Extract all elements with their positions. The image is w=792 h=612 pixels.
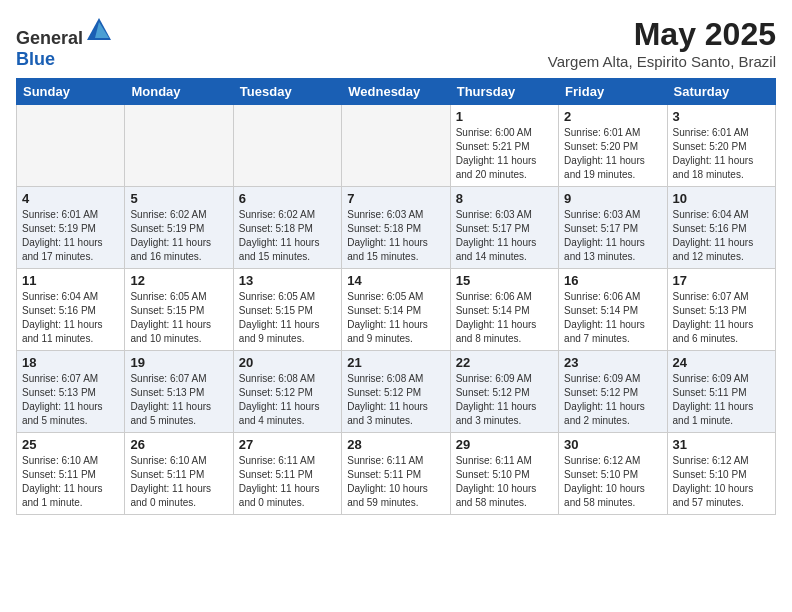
day-number: 18: [22, 355, 119, 370]
calendar-week-row: 4Sunrise: 6:01 AM Sunset: 5:19 PM Daylig…: [17, 187, 776, 269]
calendar-cell: 28Sunrise: 6:11 AM Sunset: 5:11 PM Dayli…: [342, 433, 450, 515]
day-number: 9: [564, 191, 661, 206]
day-info: Sunrise: 6:03 AM Sunset: 5:17 PM Dayligh…: [564, 208, 661, 264]
weekday-header: Thursday: [450, 79, 558, 105]
day-number: 28: [347, 437, 444, 452]
calendar-cell: 1Sunrise: 6:00 AM Sunset: 5:21 PM Daylig…: [450, 105, 558, 187]
day-info: Sunrise: 6:05 AM Sunset: 5:15 PM Dayligh…: [239, 290, 336, 346]
day-info: Sunrise: 6:11 AM Sunset: 5:10 PM Dayligh…: [456, 454, 553, 510]
calendar-cell: 20Sunrise: 6:08 AM Sunset: 5:12 PM Dayli…: [233, 351, 341, 433]
day-number: 31: [673, 437, 770, 452]
weekday-header-row: SundayMondayTuesdayWednesdayThursdayFrid…: [17, 79, 776, 105]
logo: General Blue: [16, 16, 113, 70]
day-number: 30: [564, 437, 661, 452]
day-number: 17: [673, 273, 770, 288]
calendar-week-row: 11Sunrise: 6:04 AM Sunset: 5:16 PM Dayli…: [17, 269, 776, 351]
day-info: Sunrise: 6:11 AM Sunset: 5:11 PM Dayligh…: [239, 454, 336, 510]
day-info: Sunrise: 6:09 AM Sunset: 5:11 PM Dayligh…: [673, 372, 770, 428]
calendar-cell: 10Sunrise: 6:04 AM Sunset: 5:16 PM Dayli…: [667, 187, 775, 269]
day-info: Sunrise: 6:06 AM Sunset: 5:14 PM Dayligh…: [456, 290, 553, 346]
day-info: Sunrise: 6:12 AM Sunset: 5:10 PM Dayligh…: [564, 454, 661, 510]
day-info: Sunrise: 6:12 AM Sunset: 5:10 PM Dayligh…: [673, 454, 770, 510]
calendar-cell: 2Sunrise: 6:01 AM Sunset: 5:20 PM Daylig…: [559, 105, 667, 187]
day-info: Sunrise: 6:07 AM Sunset: 5:13 PM Dayligh…: [130, 372, 227, 428]
calendar-cell: 9Sunrise: 6:03 AM Sunset: 5:17 PM Daylig…: [559, 187, 667, 269]
month-title: May 2025: [548, 16, 776, 53]
calendar-cell: 17Sunrise: 6:07 AM Sunset: 5:13 PM Dayli…: [667, 269, 775, 351]
calendar-table: SundayMondayTuesdayWednesdayThursdayFrid…: [16, 78, 776, 515]
calendar-cell: 21Sunrise: 6:08 AM Sunset: 5:12 PM Dayli…: [342, 351, 450, 433]
calendar-cell: [342, 105, 450, 187]
day-info: Sunrise: 6:09 AM Sunset: 5:12 PM Dayligh…: [456, 372, 553, 428]
calendar-week-row: 1Sunrise: 6:00 AM Sunset: 5:21 PM Daylig…: [17, 105, 776, 187]
day-number: 22: [456, 355, 553, 370]
day-info: Sunrise: 6:04 AM Sunset: 5:16 PM Dayligh…: [22, 290, 119, 346]
logo-blue: Blue: [16, 49, 55, 69]
day-number: 10: [673, 191, 770, 206]
day-info: Sunrise: 6:01 AM Sunset: 5:20 PM Dayligh…: [564, 126, 661, 182]
day-number: 27: [239, 437, 336, 452]
calendar-cell: 29Sunrise: 6:11 AM Sunset: 5:10 PM Dayli…: [450, 433, 558, 515]
day-number: 8: [456, 191, 553, 206]
day-info: Sunrise: 6:09 AM Sunset: 5:12 PM Dayligh…: [564, 372, 661, 428]
calendar-week-row: 18Sunrise: 6:07 AM Sunset: 5:13 PM Dayli…: [17, 351, 776, 433]
weekday-header: Friday: [559, 79, 667, 105]
weekday-header: Wednesday: [342, 79, 450, 105]
weekday-header: Sunday: [17, 79, 125, 105]
calendar-cell: 4Sunrise: 6:01 AM Sunset: 5:19 PM Daylig…: [17, 187, 125, 269]
day-number: 12: [130, 273, 227, 288]
calendar-cell: 31Sunrise: 6:12 AM Sunset: 5:10 PM Dayli…: [667, 433, 775, 515]
calendar-cell: [125, 105, 233, 187]
day-info: Sunrise: 6:10 AM Sunset: 5:11 PM Dayligh…: [22, 454, 119, 510]
calendar-cell: 19Sunrise: 6:07 AM Sunset: 5:13 PM Dayli…: [125, 351, 233, 433]
day-number: 26: [130, 437, 227, 452]
day-info: Sunrise: 6:02 AM Sunset: 5:18 PM Dayligh…: [239, 208, 336, 264]
weekday-header: Tuesday: [233, 79, 341, 105]
day-info: Sunrise: 6:10 AM Sunset: 5:11 PM Dayligh…: [130, 454, 227, 510]
day-info: Sunrise: 6:03 AM Sunset: 5:17 PM Dayligh…: [456, 208, 553, 264]
day-info: Sunrise: 6:00 AM Sunset: 5:21 PM Dayligh…: [456, 126, 553, 182]
day-number: 23: [564, 355, 661, 370]
logo-icon: [85, 16, 113, 44]
day-number: 15: [456, 273, 553, 288]
day-number: 19: [130, 355, 227, 370]
day-info: Sunrise: 6:02 AM Sunset: 5:19 PM Dayligh…: [130, 208, 227, 264]
day-info: Sunrise: 6:01 AM Sunset: 5:19 PM Dayligh…: [22, 208, 119, 264]
day-info: Sunrise: 6:08 AM Sunset: 5:12 PM Dayligh…: [347, 372, 444, 428]
day-number: 24: [673, 355, 770, 370]
calendar-cell: 30Sunrise: 6:12 AM Sunset: 5:10 PM Dayli…: [559, 433, 667, 515]
day-number: 7: [347, 191, 444, 206]
calendar-cell: 18Sunrise: 6:07 AM Sunset: 5:13 PM Dayli…: [17, 351, 125, 433]
calendar-cell: 3Sunrise: 6:01 AM Sunset: 5:20 PM Daylig…: [667, 105, 775, 187]
weekday-header: Saturday: [667, 79, 775, 105]
calendar-cell: 12Sunrise: 6:05 AM Sunset: 5:15 PM Dayli…: [125, 269, 233, 351]
day-info: Sunrise: 6:04 AM Sunset: 5:16 PM Dayligh…: [673, 208, 770, 264]
day-number: 20: [239, 355, 336, 370]
day-info: Sunrise: 6:07 AM Sunset: 5:13 PM Dayligh…: [673, 290, 770, 346]
calendar-cell: 15Sunrise: 6:06 AM Sunset: 5:14 PM Dayli…: [450, 269, 558, 351]
day-number: 16: [564, 273, 661, 288]
day-info: Sunrise: 6:03 AM Sunset: 5:18 PM Dayligh…: [347, 208, 444, 264]
calendar-cell: 26Sunrise: 6:10 AM Sunset: 5:11 PM Dayli…: [125, 433, 233, 515]
calendar-cell: 25Sunrise: 6:10 AM Sunset: 5:11 PM Dayli…: [17, 433, 125, 515]
day-info: Sunrise: 6:01 AM Sunset: 5:20 PM Dayligh…: [673, 126, 770, 182]
day-info: Sunrise: 6:05 AM Sunset: 5:15 PM Dayligh…: [130, 290, 227, 346]
calendar-cell: 22Sunrise: 6:09 AM Sunset: 5:12 PM Dayli…: [450, 351, 558, 433]
day-number: 29: [456, 437, 553, 452]
calendar-cell: [17, 105, 125, 187]
title-block: May 2025 Vargem Alta, Espirito Santo, Br…: [548, 16, 776, 70]
calendar-cell: [233, 105, 341, 187]
day-number: 14: [347, 273, 444, 288]
day-number: 4: [22, 191, 119, 206]
day-number: 5: [130, 191, 227, 206]
calendar-cell: 24Sunrise: 6:09 AM Sunset: 5:11 PM Dayli…: [667, 351, 775, 433]
day-info: Sunrise: 6:08 AM Sunset: 5:12 PM Dayligh…: [239, 372, 336, 428]
day-number: 11: [22, 273, 119, 288]
weekday-header: Monday: [125, 79, 233, 105]
day-info: Sunrise: 6:11 AM Sunset: 5:11 PM Dayligh…: [347, 454, 444, 510]
day-info: Sunrise: 6:05 AM Sunset: 5:14 PM Dayligh…: [347, 290, 444, 346]
calendar-cell: 23Sunrise: 6:09 AM Sunset: 5:12 PM Dayli…: [559, 351, 667, 433]
day-number: 13: [239, 273, 336, 288]
day-number: 1: [456, 109, 553, 124]
calendar-week-row: 25Sunrise: 6:10 AM Sunset: 5:11 PM Dayli…: [17, 433, 776, 515]
